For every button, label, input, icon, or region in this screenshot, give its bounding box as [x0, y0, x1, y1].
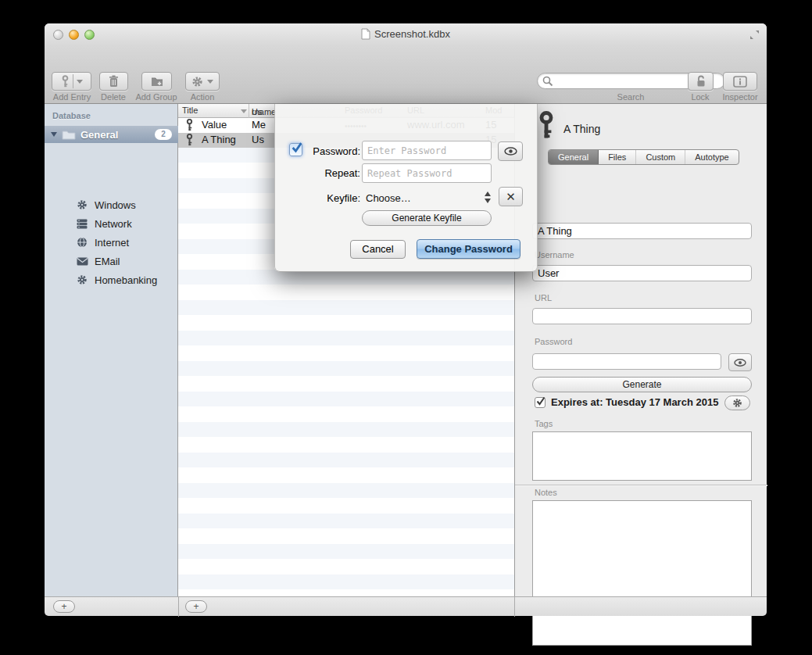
password-input[interactable]	[362, 141, 492, 160]
eye-icon	[504, 147, 517, 156]
lock-button[interactable]	[688, 72, 714, 91]
username-label: Username	[535, 250, 574, 259]
expires-row: Expires at: Tuesday 17 March 2015	[535, 396, 718, 408]
repeat-label: Repeat:	[278, 167, 360, 179]
server-icon	[76, 219, 88, 229]
sidebar-item-label: Network	[95, 218, 132, 230]
sidebar-item-homebanking[interactable]: Homebanking	[45, 270, 178, 289]
notes-field[interactable]	[532, 500, 752, 646]
toolbar: Add Entry Delete Add Group Action Search	[45, 45, 767, 104]
cell-username: Us	[252, 134, 264, 145]
pane-divider	[514, 597, 515, 617]
password-label: Password	[535, 337, 572, 346]
clear-keyfile-button[interactable]: ✕	[499, 187, 523, 206]
cell-title: A Thing	[202, 134, 236, 145]
sidebar-item-email[interactable]: EMail	[45, 252, 178, 270]
sidebar-section-header: Database	[52, 111, 91, 120]
group-count-badge: 2	[155, 129, 172, 140]
column-divider[interactable]	[249, 104, 249, 118]
add-group-label: Add Group	[135, 92, 177, 102]
tab-custom[interactable]: Custom	[636, 150, 685, 164]
add-entry-footer-button[interactable]: +	[185, 600, 207, 613]
document-icon	[361, 28, 370, 42]
eye-icon	[734, 359, 746, 367]
tab-files[interactable]: Files	[599, 150, 636, 164]
app-window: Screenshot.kdbx Add Entry Delete Add G	[45, 23, 767, 592]
footer-bar: + +	[45, 596, 767, 616]
envelope-icon	[76, 257, 88, 266]
action-button[interactable]	[185, 72, 220, 91]
globe-icon	[76, 237, 88, 248]
expires-options-button[interactable]	[724, 396, 750, 410]
add-group-button[interactable]	[141, 72, 172, 91]
reveal-password-button[interactable]	[728, 353, 752, 371]
add-group-footer-button[interactable]: +	[53, 600, 75, 613]
notes-label: Notes	[535, 488, 557, 497]
chevron-down-icon	[207, 80, 213, 84]
tags-field[interactable]	[532, 431, 752, 481]
add-entry-button[interactable]	[52, 72, 91, 91]
title-bar[interactable]: Screenshot.kdbx	[45, 23, 767, 45]
inspector-button[interactable]	[723, 72, 757, 91]
cancel-button[interactable]: Cancel	[350, 240, 406, 259]
window-title: Screenshot.kdbx	[45, 28, 767, 42]
group-label: General	[80, 129, 118, 141]
tab-autotype[interactable]: Autotype	[685, 150, 738, 164]
checkmark-icon	[535, 396, 546, 406]
delete-label: Delete	[101, 92, 126, 102]
sidebar-item-label: Homebanking	[95, 274, 157, 286]
sidebar-item-internet[interactable]: Internet	[45, 233, 178, 252]
inspector-panel: A Thing General Files Custom Autotype Us…	[514, 104, 767, 596]
disclosure-triangle-icon[interactable]	[51, 132, 57, 137]
group-sidebar: Database General 2 Windows Network Inter…	[45, 104, 178, 596]
lock-label: Lock	[691, 92, 709, 102]
folder-icon	[62, 129, 76, 140]
sidebar-item-windows[interactable]: Windows	[45, 195, 178, 214]
folder-plus-icon	[151, 76, 163, 87]
gear-icon	[732, 398, 742, 408]
tags-label: Tags	[535, 419, 553, 428]
key-icon	[537, 111, 556, 143]
change-password-button[interactable]: Change Password	[417, 239, 520, 259]
keyfile-label: Keyfile:	[278, 192, 360, 204]
sidebar-item-network[interactable]: Network	[45, 214, 178, 233]
repeat-input[interactable]	[362, 163, 492, 183]
action-label: Action	[191, 92, 215, 102]
url-field[interactable]	[532, 308, 752, 324]
reveal-password-button[interactable]	[498, 141, 523, 161]
cell-username: Me	[252, 119, 266, 131]
tab-general[interactable]: General	[549, 150, 599, 164]
entry-title: A Thing	[563, 123, 600, 135]
sidebar-item-label: Windows	[95, 199, 136, 211]
password-field[interactable]	[532, 353, 721, 370]
stepper-icon[interactable]	[485, 191, 491, 203]
title-field[interactable]	[532, 223, 752, 239]
inspector-label: Inspector	[722, 92, 757, 102]
sort-descending-icon	[241, 109, 247, 113]
section-divider	[515, 485, 767, 485]
add-entry-label: Add Entry	[53, 92, 91, 102]
password-label: Password:	[278, 145, 360, 157]
expires-checkbox[interactable]	[535, 397, 546, 408]
cell-title: Value	[202, 119, 227, 131]
delete-button[interactable]	[99, 72, 128, 91]
search-label: Search	[617, 92, 645, 102]
change-password-sheet: Password: Repeat: Keyfile: Choose… ✕ Gen…	[274, 104, 538, 272]
search-icon	[542, 76, 553, 87]
key-icon	[61, 75, 70, 88]
keyfile-dropdown[interactable]: Choose…	[366, 192, 411, 204]
key-icon	[185, 134, 194, 149]
generate-keyfile-button[interactable]: Generate Keyfile	[362, 210, 492, 226]
username-field[interactable]	[532, 265, 752, 281]
sidebar-group-general[interactable]: General 2	[45, 126, 178, 143]
column-header-title[interactable]: Title	[182, 106, 198, 115]
split-divider	[73, 74, 73, 88]
fullscreen-icon[interactable]	[749, 29, 760, 44]
gear-icon	[76, 199, 88, 210]
info-panel-icon	[733, 76, 747, 88]
generate-password-button[interactable]: Generate	[532, 377, 752, 392]
url-label: URL	[535, 293, 552, 302]
chevron-down-icon	[77, 80, 83, 84]
gear-icon	[76, 274, 88, 285]
pane-divider	[178, 597, 179, 617]
